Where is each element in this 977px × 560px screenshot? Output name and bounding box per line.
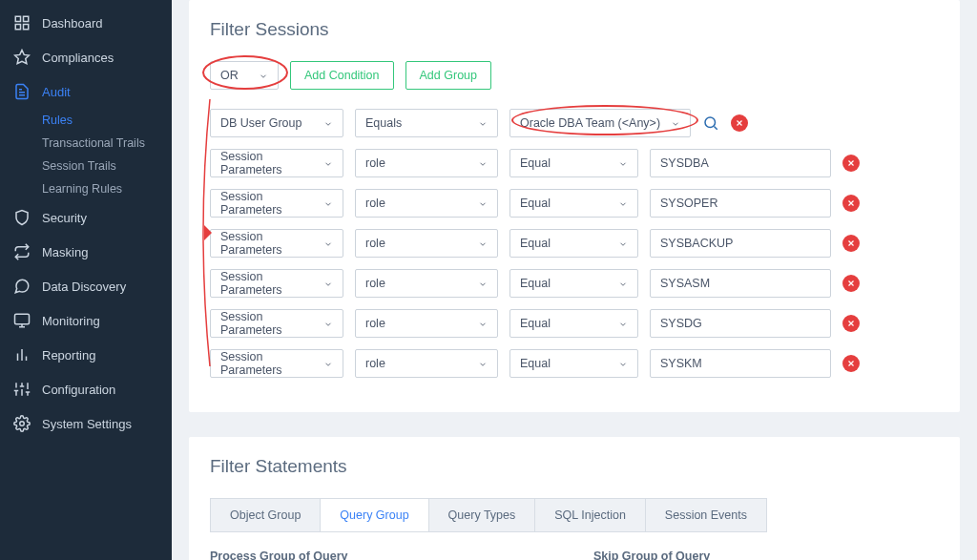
nav-sub-rules[interactable]: Rules — [42, 109, 172, 132]
chevron-down-icon — [478, 118, 488, 128]
param-value: role — [365, 156, 385, 170]
value-select[interactable]: Oracle DBA Team (<Any>) — [509, 109, 691, 137]
chevron-down-icon — [618, 319, 628, 328]
operator-select[interactable]: Equal — [509, 189, 638, 218]
logic-select[interactable]: OR — [210, 61, 279, 90]
operator-select[interactable]: Equal — [509, 269, 638, 298]
nav-masking[interactable]: Masking — [0, 235, 172, 269]
field-select[interactable]: DB User Group — [210, 109, 343, 137]
grid-icon — [13, 14, 31, 31]
operator-select[interactable]: Equal — [509, 349, 638, 378]
remove-condition-button[interactable] — [842, 195, 860, 212]
tab-sql-injection[interactable]: SQL Injection — [535, 499, 646, 531]
operator-select[interactable]: Equals — [355, 109, 498, 137]
operator-select[interactable]: Equal — [509, 149, 638, 177]
input-value: SYSBACKUP — [660, 237, 733, 250]
remove-condition-button[interactable] — [731, 114, 748, 132]
value-input[interactable]: SYSASM — [650, 269, 831, 298]
panel-title: Filter Statements — [210, 456, 939, 477]
field-select[interactable]: Session Parameters — [210, 309, 343, 338]
field-select[interactable]: Session Parameters — [210, 349, 343, 378]
filter-sessions-panel: Filter Sessions OR Add Condition Add Gro… — [189, 0, 960, 412]
document-icon — [13, 83, 31, 100]
nav-label: Masking — [42, 245, 88, 259]
field-value: DB User Group — [220, 116, 301, 130]
field-value: Session Parameters — [220, 270, 316, 297]
remove-condition-button[interactable] — [842, 355, 860, 372]
input-value: SYSOPER — [660, 197, 717, 210]
svg-point-24 — [705, 117, 716, 128]
chevron-down-icon — [671, 118, 680, 128]
value-input[interactable]: SYSOPER — [650, 189, 831, 218]
operator-select[interactable]: Equal — [509, 309, 638, 338]
param-value: role — [365, 277, 385, 290]
field-select[interactable]: Session Parameters — [210, 229, 343, 258]
star-icon — [13, 49, 31, 66]
remove-condition-button[interactable] — [842, 275, 860, 292]
nav-reporting[interactable]: Reporting — [0, 338, 172, 372]
nav-monitoring[interactable]: Monitoring — [0, 303, 172, 338]
tab-query-types[interactable]: Query Types — [429, 499, 536, 531]
process-group-label: Process Group of Query — [210, 550, 555, 560]
chevron-down-icon — [618, 279, 628, 288]
nav-audit[interactable]: Audit — [0, 74, 172, 109]
chat-icon — [13, 278, 31, 295]
value-input[interactable]: SYSKM — [650, 349, 831, 378]
tab-object-group[interactable]: Object Group — [211, 499, 321, 531]
remove-condition-button[interactable] — [842, 235, 860, 252]
nav-sub-transactional[interactable]: Transactional Trails — [42, 132, 172, 155]
param-select[interactable]: role — [355, 269, 498, 298]
param-value: role — [365, 357, 385, 370]
chevron-down-icon — [478, 279, 488, 288]
field-value: Session Parameters — [220, 230, 316, 257]
value-input[interactable]: SYSDBA — [650, 149, 831, 177]
input-value: SYSDBA — [660, 156, 709, 170]
field-select[interactable]: Session Parameters — [210, 149, 343, 177]
filter-statements-panel: Filter Statements Object Group Query Gro… — [189, 437, 960, 560]
nav-sub-learning[interactable]: Learning Rules — [42, 177, 172, 200]
param-value: role — [365, 317, 385, 330]
nav-compliances[interactable]: Compliances — [0, 40, 172, 74]
value-input[interactable]: SYSBACKUP — [650, 229, 831, 258]
tab-session-events[interactable]: Session Events — [646, 499, 766, 531]
nav-discovery[interactable]: Data Discovery — [0, 269, 172, 303]
chevron-down-icon — [323, 359, 333, 368]
operator-value: Equal — [520, 156, 551, 170]
nav-dashboard[interactable]: Dashboard — [0, 6, 172, 40]
search-icon[interactable] — [702, 114, 719, 132]
nav-system-settings[interactable]: System Settings — [0, 406, 172, 441]
condition-row: Session Parameters role Equal SYSDG — [210, 309, 939, 338]
barchart-icon — [13, 346, 31, 363]
param-select[interactable]: role — [355, 189, 498, 218]
nav-sub-session-trails[interactable]: Session Trails — [42, 155, 172, 177]
param-select[interactable]: role — [355, 229, 498, 258]
logic-value: OR — [220, 69, 239, 82]
nav-security[interactable]: Security — [0, 200, 172, 235]
condition-row: Session Parameters role Equal SYSKM — [210, 349, 939, 378]
nav-configuration[interactable]: Configuration — [0, 372, 172, 406]
remove-condition-button[interactable] — [842, 315, 860, 332]
condition-row: Session Parameters role Equal SYSOPER — [210, 189, 939, 218]
skip-group-label: Skip Group of Query — [593, 550, 939, 560]
svg-rect-3 — [24, 25, 29, 30]
add-condition-button[interactable]: Add Condition — [290, 61, 394, 90]
remove-condition-button[interactable] — [842, 155, 860, 172]
operator-select[interactable]: Equal — [509, 229, 638, 258]
tab-query-group[interactable]: Query Group — [321, 499, 428, 531]
chevron-down-icon — [618, 239, 628, 248]
value-input[interactable]: SYSDG — [650, 309, 831, 338]
nav-label: Security — [42, 211, 87, 225]
param-value: role — [365, 197, 385, 210]
field-select[interactable]: Session Parameters — [210, 189, 343, 218]
svg-line-25 — [714, 126, 717, 129]
param-select[interactable]: role — [355, 309, 498, 338]
field-value: Session Parameters — [220, 310, 316, 337]
chevron-down-icon — [478, 198, 488, 208]
operator-value: Equal — [520, 317, 551, 330]
param-select[interactable]: role — [355, 149, 498, 177]
param-select[interactable]: role — [355, 349, 498, 378]
field-value: Session Parameters — [220, 350, 316, 377]
operator-value: Equal — [520, 237, 551, 250]
add-group-button[interactable]: Add Group — [405, 61, 491, 90]
field-select[interactable]: Session Parameters — [210, 269, 343, 298]
